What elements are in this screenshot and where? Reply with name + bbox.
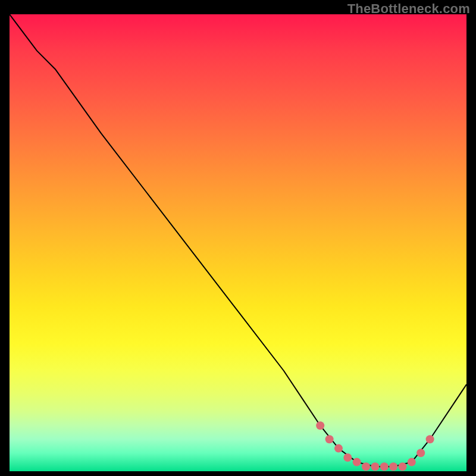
- marker-point: [389, 462, 397, 471]
- marker-point: [426, 435, 434, 443]
- marker-point: [371, 462, 379, 471]
- marker-point: [399, 462, 407, 471]
- marker-point: [408, 458, 416, 466]
- marker-point: [416, 449, 425, 457]
- marker-point: [316, 421, 324, 430]
- marker-point: [343, 453, 352, 462]
- marker-point: [380, 462, 389, 471]
- marker-point: [353, 458, 361, 466]
- marker-point: [325, 435, 334, 443]
- plot-area: [10, 14, 466, 471]
- series-curve: [10, 14, 466, 466]
- marker-point: [334, 444, 343, 453]
- chart-frame: TheBottleneck.com: [0, 0, 476, 476]
- marker-point: [362, 462, 370, 471]
- chart-svg: [10, 14, 466, 471]
